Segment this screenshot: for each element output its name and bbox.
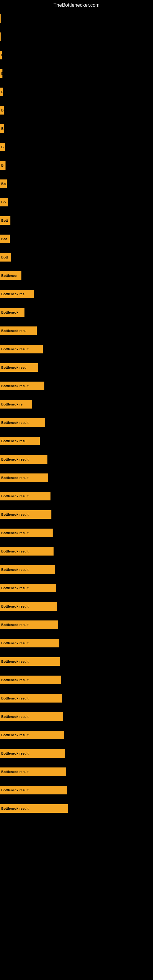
bar-40: Bottleneck result (0, 749, 65, 758)
bar-2: E (0, 51, 2, 59)
bar-row: Bottleneck result (0, 726, 153, 744)
bar-35: Bottleneck result (0, 657, 60, 666)
bar-row: Bottleneck resu (0, 321, 153, 340)
bar-row: Bottleneck result (0, 781, 153, 799)
bar-18: Bottleneck result (0, 345, 43, 353)
bar-21: Bottleneck re (0, 400, 32, 409)
bar-row: Bottleneck result (0, 414, 153, 432)
bar-39: Bottleneck result (0, 731, 64, 739)
bar-row: Bott (0, 248, 153, 266)
bar-row: Bott (0, 211, 153, 230)
bar-33: Bottleneck result (0, 620, 58, 629)
bar-row: Bottleneck result (0, 689, 153, 708)
bar-3: E (0, 69, 2, 78)
bar-row: Bottleneck result (0, 597, 153, 616)
bar-16: Bottleneck (0, 308, 24, 317)
bar-43: Bottleneck result (0, 804, 68, 813)
bar-5: B (0, 106, 4, 115)
bar-32: Bottleneck result (0, 602, 57, 611)
bar-19: Bottleneck resu (0, 363, 38, 372)
bars-container: EEEBBBBBoBoBottBotBottBottlenecBottlenec… (0, 9, 153, 818)
bar-row: Bottleneck resu (0, 358, 153, 377)
bar-8: B (0, 161, 5, 170)
bar-row: Bottleneck result (0, 744, 153, 762)
bar-row: B (0, 138, 153, 156)
bar-row: Bottleneck result (0, 340, 153, 358)
bar-12: Bot (0, 235, 10, 243)
bar-row: Bo (0, 175, 153, 193)
bar-6: B (0, 124, 4, 133)
bar-31: Bottleneck result (0, 584, 56, 592)
bar-9: Bo (0, 180, 7, 188)
bar-row: Bottleneck result (0, 634, 153, 652)
bar-row: Bot (0, 230, 153, 248)
bar-26: Bottleneck result (0, 492, 51, 500)
bar-row: Bottleneck result (0, 450, 153, 469)
bar-row: Bottleneck result (0, 799, 153, 818)
bar-row: Bottleneck result (0, 762, 153, 781)
bar-27: Bottleneck result (0, 510, 51, 519)
bar-row: Bottleneck result (0, 579, 153, 597)
bar-row: B (0, 119, 153, 138)
bar-15: Bottleneck res (0, 290, 33, 298)
bar-23: Bottleneck resu (0, 437, 40, 445)
bar-1 (0, 32, 1, 41)
bar-0 (0, 14, 1, 23)
bar-row: Bottleneck result (0, 469, 153, 487)
bar-38: Bottleneck result (0, 712, 63, 721)
bar-row: Bottleneck result (0, 377, 153, 395)
bar-20: Bottleneck result (0, 382, 45, 390)
bar-4: E (0, 88, 3, 96)
bar-25: Bottleneck result (0, 474, 48, 482)
bar-row: Bottleneck result (0, 652, 153, 671)
bar-row: Bottleneck result (0, 505, 153, 524)
bar-row: Bo (0, 193, 153, 211)
bar-42: Bottleneck result (0, 786, 67, 794)
bar-7: B (0, 143, 5, 151)
bar-row (0, 9, 153, 27)
bar-34: Bottleneck result (0, 639, 59, 648)
bar-36: Bottleneck result (0, 676, 61, 684)
bar-24: Bottleneck result (0, 455, 48, 464)
site-title: TheBottlenecker.com (0, 0, 153, 10)
bar-row: Bottleneck res (0, 285, 153, 303)
bar-row: B (0, 156, 153, 175)
bar-row: E (0, 46, 153, 64)
bar-14: Bottlenec (0, 271, 21, 280)
bar-10: Bo (0, 198, 8, 207)
bar-row: Bottleneck result (0, 560, 153, 579)
bar-17: Bottleneck resu (0, 326, 37, 335)
bar-28: Bottleneck result (0, 528, 53, 537)
bar-row: B (0, 101, 153, 119)
bar-37: Bottleneck result (0, 694, 62, 703)
bar-row: Bottleneck re (0, 395, 153, 414)
bar-29: Bottleneck result (0, 547, 54, 555)
bar-30: Bottleneck result (0, 565, 55, 574)
bar-row: Bottleneck result (0, 487, 153, 505)
bar-row: E (0, 83, 153, 101)
bar-11: Bott (0, 216, 10, 225)
bar-row: Bottleneck result (0, 671, 153, 689)
bar-row: Bottleneck result (0, 542, 153, 560)
bar-row: Bottleneck result (0, 616, 153, 634)
bar-13: Bott (0, 253, 11, 261)
bar-row: Bottleneck result (0, 708, 153, 726)
bar-row: Bottleneck resu (0, 432, 153, 450)
bar-22: Bottleneck result (0, 418, 45, 427)
bar-row: E (0, 64, 153, 83)
bar-row (0, 27, 153, 46)
bar-row: Bottleneck (0, 303, 153, 321)
bar-row: Bottlenec (0, 266, 153, 285)
bar-row: Bottleneck result (0, 524, 153, 542)
bar-41: Bottleneck result (0, 767, 66, 776)
